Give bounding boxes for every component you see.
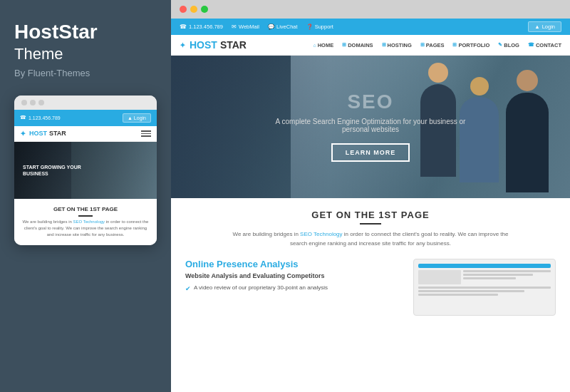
hero-seo-text: SEO <box>264 92 477 112</box>
person3-body <box>506 93 549 192</box>
content-section-divider <box>360 223 381 225</box>
site-nav-items: ⌂ HOME ⊞ DOMAINS ⊞ HOSTING ⊞ PAGES ⊞ P <box>313 42 561 48</box>
mobile-preview: ☎ 1.123.456.789 ▲ Login ✦ HOSTSTAR <box>14 96 157 245</box>
contact-icon: ☎ <box>528 42 534 48</box>
site-nav: ✦ HOSTSTAR ⌂ HOME ⊞ DOMAINS ⊞ HOSTING ⊞ <box>171 35 570 56</box>
brand-title: HostStar <box>14 21 98 43</box>
nav-portfolio[interactable]: ⊞ PORTFOLIO <box>452 42 489 48</box>
mock-line <box>418 294 498 296</box>
mobile-dot-green <box>38 100 44 105</box>
site-support[interactable]: ❓ Support <box>306 24 333 30</box>
site-user-icon: ▲ <box>534 24 539 30</box>
domains-icon: ⊞ <box>342 42 346 48</box>
brand-subtitle: Theme <box>14 45 63 63</box>
site-livechat[interactable]: 💬 LiveChat <box>268 24 298 30</box>
site-screenshot-mockup <box>413 259 556 316</box>
nav-blog[interactable]: ✎ BLOG <box>498 42 519 48</box>
home-icon: ⌂ <box>313 43 316 48</box>
mockup-lines-2 <box>418 287 551 296</box>
mock-line <box>418 287 551 289</box>
content-right-column <box>413 259 556 316</box>
chrome-dot-red <box>180 6 187 13</box>
livechat-icon: 💬 <box>268 24 274 30</box>
support-icon: ❓ <box>306 24 313 30</box>
site-webmail[interactable]: ✉ WebMail <box>232 24 259 30</box>
hero-learn-more-button[interactable]: LEARN MORE <box>331 143 410 162</box>
hero-tagline: A complete Search Engine Optimization fo… <box>264 118 477 133</box>
chrome-dot-yellow <box>190 6 197 13</box>
brand-author: By Fluent-Themes <box>14 68 90 78</box>
mock-line <box>463 274 533 276</box>
content-bottom: Online Presence Analysis Website Analysi… <box>185 259 556 316</box>
nav-pages[interactable]: ⊞ PAGES <box>420 42 445 48</box>
mock-line <box>418 290 524 292</box>
mobile-top-bar: ☎ 1.123.456.789 ▲ Login <box>14 110 157 126</box>
left-panel: HostStar Theme By Fluent-Themes ☎ 1.123.… <box>0 0 171 392</box>
mobile-chrome-bar <box>14 96 157 110</box>
mockup-bar <box>418 264 551 268</box>
portfolio-icon: ⊞ <box>452 42 457 48</box>
mobile-hero: START GROWING YOUR BUSINESS <box>14 142 157 199</box>
desktop-preview: ☎ 1.123.456.789 ✉ WebMail 💬 LiveChat ❓ S… <box>171 19 570 392</box>
presence-subtitle: Website Analysis and Evaluating Competit… <box>185 272 402 279</box>
phone-icon: ☎ <box>20 115 26 120</box>
mobile-seo-link[interactable]: SEO Technology <box>73 220 105 224</box>
presence-title: Online Presence Analysis <box>185 259 402 269</box>
mock-line <box>463 270 551 272</box>
hamburger-line-2 <box>141 133 151 135</box>
mobile-hero-text: START GROWING YOUR BUSINESS <box>20 161 84 180</box>
hosting-icon: ⊞ <box>382 42 386 48</box>
mobile-logo: ✦ HOSTSTAR <box>20 130 66 138</box>
right-panel: ☎ 1.123.456.789 ✉ WebMail 💬 LiveChat ❓ S… <box>171 0 570 392</box>
mobile-content-title: GET ON THE 1ST PAGE <box>21 206 150 213</box>
hamburger-line-1 <box>141 130 151 132</box>
blog-icon: ✎ <box>498 42 502 48</box>
site-logo-icon: ✦ <box>180 41 185 49</box>
mobile-content-text: We are building bridges in SEO Technolog… <box>21 219 150 238</box>
mobile-login-button[interactable]: ▲ Login <box>123 113 151 123</box>
mockup-lines-1 <box>463 270 551 284</box>
check-icon: ✔ <box>185 284 191 294</box>
nav-hosting[interactable]: ⊞ HOSTING <box>382 42 412 48</box>
desktop-chrome-bar <box>171 0 570 19</box>
user-icon: ▲ <box>128 115 133 120</box>
site-logo: ✦ HOSTSTAR <box>180 39 247 51</box>
mockup-block-1 <box>418 270 461 284</box>
site-login-button[interactable]: ▲ Login <box>528 21 561 32</box>
site-hero: SEO A complete Search Engine Optimizatio… <box>171 56 570 198</box>
person3-head <box>517 70 538 91</box>
presence-item-1: ✔ A video review of our proprietary 30-p… <box>185 284 402 294</box>
site-top-bar: ☎ 1.123.456.789 ✉ WebMail 💬 LiveChat ❓ S… <box>171 19 570 35</box>
hamburger-menu[interactable] <box>141 130 151 137</box>
mockup-row-1 <box>418 270 551 284</box>
mock-line <box>463 277 516 279</box>
mobile-dot-red <box>21 100 27 105</box>
site-phone: ☎ 1.123.456.789 <box>180 24 223 30</box>
hero-person-3 <box>506 70 549 192</box>
mobile-content-divider <box>78 215 93 217</box>
hamburger-line-3 <box>141 135 151 137</box>
pages-icon: ⊞ <box>420 42 425 48</box>
logo-star-icon: ✦ <box>20 130 26 138</box>
webmail-icon: ✉ <box>232 24 237 30</box>
mobile-dot-yellow <box>30 100 36 105</box>
hero-content: SEO A complete Search Engine Optimizatio… <box>249 78 492 176</box>
mobile-nav: ✦ HOSTSTAR <box>14 126 157 142</box>
content-section-title: GET ON THE 1ST PAGE <box>185 210 556 220</box>
site-content: GET ON THE 1ST PAGE We are building brid… <box>171 198 570 392</box>
seo-tech-link[interactable]: SEO Technology <box>300 231 342 237</box>
site-phone-icon: ☎ <box>180 24 187 30</box>
mobile-phone-number: ☎ 1.123.456.789 <box>20 115 61 120</box>
content-left-column: Online Presence Analysis Website Analysi… <box>185 259 402 296</box>
nav-home[interactable]: ⌂ HOME <box>313 42 333 48</box>
nav-domains[interactable]: ⊞ DOMAINS <box>342 42 373 48</box>
content-description: We are building bridges in SEO Technolog… <box>228 230 513 249</box>
chrome-dot-green <box>201 6 208 13</box>
nav-contact[interactable]: ☎ CONTACT <box>528 42 561 48</box>
mockup-row-2 <box>418 287 551 296</box>
site-top-left: ☎ 1.123.456.789 ✉ WebMail 💬 LiveChat ❓ S… <box>180 24 333 30</box>
mobile-content: GET ON THE 1ST PAGE We are building brid… <box>14 199 157 245</box>
